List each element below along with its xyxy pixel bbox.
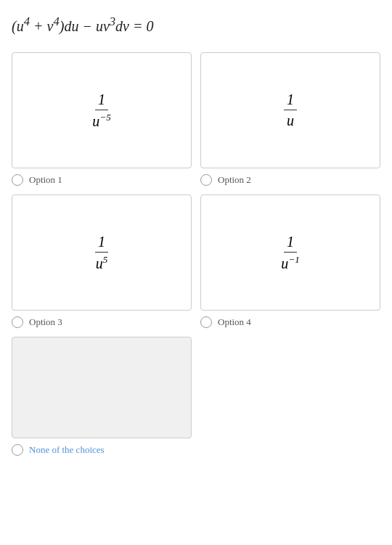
option-4-label[interactable]: Option 4 <box>200 316 251 328</box>
option-3-label[interactable]: Option 3 <box>12 316 62 328</box>
option-1-fraction: 1 u−5 <box>89 91 113 130</box>
option-1-text: Option 1 <box>29 174 62 186</box>
option-4-denominator: u−1 <box>278 253 302 272</box>
option-3-text: Option 3 <box>29 316 62 328</box>
option-3-fraction: 1 u5 <box>93 233 111 272</box>
none-option-label[interactable]: None of the choices <box>12 444 105 456</box>
option-1-box[interactable]: 1 u−5 <box>12 52 192 168</box>
options-grid: 1 u−5 Option 1 1 u Option 2 <box>12 52 380 328</box>
option-2-item: 1 u Option 2 <box>200 52 380 186</box>
option-3-item: 1 u5 Option 3 <box>12 194 192 328</box>
none-option-text: None of the choices <box>29 444 105 456</box>
none-option-item: None of the choices <box>12 337 380 456</box>
option-4-radio[interactable] <box>200 316 212 328</box>
option-2-box[interactable]: 1 u <box>200 52 380 168</box>
option-4-text: Option 4 <box>218 316 251 328</box>
option-1-label[interactable]: Option 1 <box>12 174 62 186</box>
equation-header: (u4 + v4)du − uv3dv = 0 <box>12 12 380 38</box>
option-3-radio[interactable] <box>12 316 23 328</box>
option-3-numerator: 1 <box>95 233 108 253</box>
option-1-numerator: 1 <box>95 91 108 110</box>
none-option-radio[interactable] <box>12 444 23 456</box>
option-1-radio[interactable] <box>12 174 23 186</box>
option-3-box[interactable]: 1 u5 <box>12 194 192 311</box>
option-2-numerator: 1 <box>284 91 297 110</box>
option-3-denominator: u5 <box>93 253 111 272</box>
option-4-numerator: 1 <box>284 233 297 253</box>
option-2-text: Option 2 <box>218 174 251 186</box>
option-4-item: 1 u−1 Option 4 <box>200 194 380 328</box>
option-2-radio[interactable] <box>200 174 212 186</box>
option-2-fraction: 1 u <box>284 91 297 129</box>
option-4-box[interactable]: 1 u−1 <box>200 194 380 311</box>
none-option-box <box>12 337 192 438</box>
option-2-denominator: u <box>284 110 297 129</box>
option-4-fraction: 1 u−1 <box>278 233 302 272</box>
option-1-item: 1 u−5 Option 1 <box>12 52 192 186</box>
option-2-label[interactable]: Option 2 <box>200 174 251 186</box>
option-1-denominator: u−5 <box>89 110 113 130</box>
page-container: (u4 + v4)du − uv3dv = 0 1 u−5 Option 1 1… <box>0 0 392 545</box>
